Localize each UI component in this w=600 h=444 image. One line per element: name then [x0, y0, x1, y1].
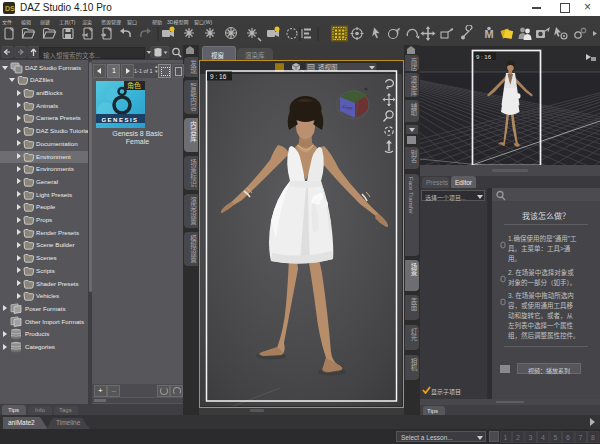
svg-text:4: 4 — [541, 434, 545, 441]
svg-text:GENESIS: GENESIS — [101, 117, 138, 123]
svg-text:9 : 16: 9 : 16 — [476, 54, 492, 60]
svg-text:7: 7 — [579, 434, 583, 441]
svg-text:9 : 16: 9 : 16 — [210, 73, 227, 80]
svg-text:3: 3 — [529, 434, 533, 441]
svg-text:角色: 角色 — [127, 81, 141, 90]
svg-text:1: 1 — [504, 434, 508, 441]
svg-text:6: 6 — [566, 434, 570, 441]
svg-text:5: 5 — [554, 434, 558, 441]
svg-text:2: 2 — [516, 434, 520, 441]
svg-text:8: 8 — [591, 434, 595, 441]
